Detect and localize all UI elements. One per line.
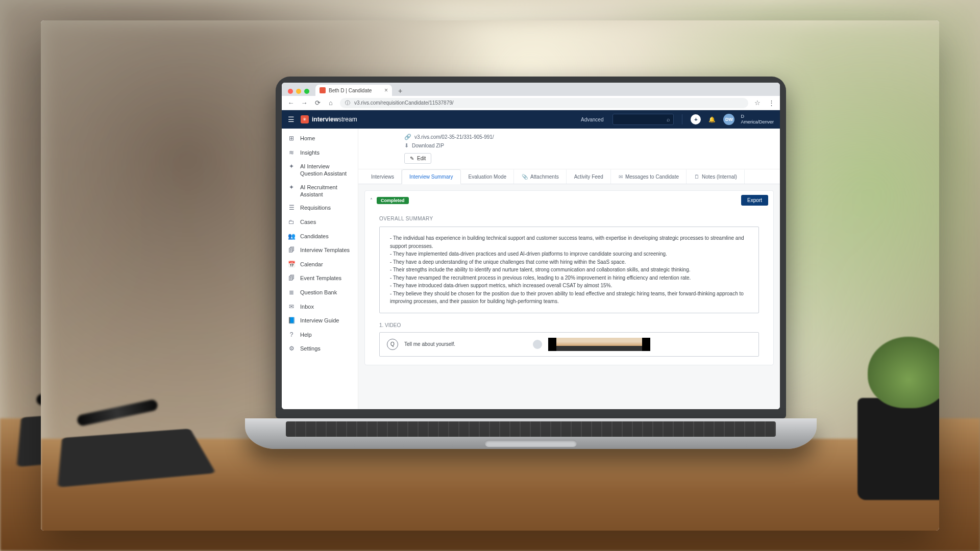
browser-tab[interactable]: Beth D | Candidate × (315, 85, 392, 96)
summary-panel: ˄ Completed Export OVERALL SUMMARY (364, 190, 774, 365)
tab-label: Attachments (530, 174, 559, 180)
download-zip-link[interactable]: ⬇Download ZIP (404, 141, 772, 150)
content-tabs: Interviews Interview Summary Evaluation … (358, 169, 780, 184)
link-text: v3.rivs.com/02-35-21/331-905-991/ (414, 134, 494, 140)
list-icon: ☰ (288, 204, 295, 212)
notifications-icon[interactable]: 🔔 (707, 114, 717, 124)
video-thumbnail[interactable] (548, 338, 650, 351)
advanced-link[interactable]: Advanced (581, 117, 603, 122)
address-bar[interactable]: ⓘ v3.rivs.com/requisitionCandidate/11537… (340, 98, 748, 108)
url-text: v3.rivs.com/requisitionCandidate/1153787… (354, 100, 454, 106)
sparkle-icon: ✦ (288, 184, 295, 192)
window-maximize-icon[interactable] (304, 89, 309, 94)
sidebar-item-question-bank[interactable]: ≣Question Bank (282, 286, 358, 300)
tab-label: Interviews (371, 174, 394, 180)
sidebar-item-settings[interactable]: ⚙Settings (282, 342, 358, 356)
browser-menu-icon[interactable]: ⋮ (767, 99, 775, 107)
sidebar-item-ai-recruitment[interactable]: ✦AI Recruitment Assistant (282, 181, 358, 202)
nav-home-icon[interactable]: ⌂ (327, 99, 335, 107)
sparkle-icon: ✦ (288, 163, 295, 171)
tab-close-icon[interactable]: × (384, 87, 388, 93)
new-tab-button[interactable]: + (395, 87, 405, 96)
template-icon: 🗐 (288, 274, 295, 283)
search-input[interactable]: ⌕ (612, 114, 674, 125)
sidebar-item-label: Settings (300, 345, 321, 352)
template-icon: 🗐 (288, 246, 295, 255)
tab-label: Interview Summary (409, 174, 453, 180)
folder-icon: 🗀 (288, 218, 295, 227)
tab-interviews[interactable]: Interviews (363, 169, 402, 184)
user-info[interactable]: D America/Denver (741, 114, 774, 125)
download-text: Download ZIP (412, 143, 444, 148)
sidebar-item-interview-templates[interactable]: 🗐Interview Templates (282, 243, 358, 258)
summary-line: - They have introduced data-driven suppo… (390, 282, 748, 290)
question-text: Tell me about yourself. (404, 341, 527, 347)
brand-logo[interactable]: ✳ interviewstream (301, 115, 357, 123)
nav-forward-icon[interactable]: → (300, 99, 308, 107)
tab-label: Messages to Candidate (625, 174, 679, 180)
candidate-header: 🔗v3.rivs.com/02-35-21/331-905-991/ ⬇Down… (358, 129, 780, 169)
tab-title: Beth D | Candidate (329, 88, 372, 93)
sidebar-item-insights[interactable]: ≋Insights (282, 146, 358, 160)
sidebar-item-event-templates[interactable]: 🗐Event Templates (282, 271, 358, 286)
sidebar-item-label: AI Interview Question Assistant (300, 163, 352, 178)
summary-line: - They have revamped the recruitment pro… (390, 274, 748, 282)
avatar[interactable]: DW (723, 114, 734, 125)
app-topbar: ☰ ✳ interviewstream Advanced ⌕ (282, 110, 780, 129)
edit-button[interactable]: ✎Edit (404, 153, 431, 164)
tab-attachments[interactable]: 📎Attachments (514, 169, 567, 184)
sidebar-item-label: Event Templates (300, 274, 341, 282)
guide-icon: 📘 (288, 317, 295, 325)
tab-evaluation-mode[interactable]: Evaluation Mode (461, 169, 514, 184)
sidebar-item-label: Candidates (300, 233, 329, 240)
brand-text-1: interview (312, 116, 338, 123)
sidebar-item-interview-guide[interactable]: 📘Interview Guide (282, 314, 358, 328)
sidebar-item-label: Interview Templates (300, 246, 350, 254)
sidebar-item-requisitions[interactable]: ☰Requisitions (282, 201, 358, 215)
question-badge-icon: Q (387, 339, 398, 350)
sidebar-item-ai-interview[interactable]: ✦AI Interview Question Assistant (282, 160, 358, 181)
user-name: D (741, 114, 774, 119)
brand-text-2: stream (338, 116, 357, 123)
attachment-icon: 📎 (522, 174, 528, 180)
sidebar-item-candidates[interactable]: 👥Candidates (282, 230, 358, 244)
tab-label: Activity Feed (574, 174, 603, 180)
site-info-icon[interactable]: ⓘ (345, 99, 350, 107)
export-button[interactable]: Export (741, 195, 768, 206)
search-icon: ⌕ (667, 116, 670, 122)
sidebar-item-home[interactable]: ⊞Home (282, 132, 358, 146)
video-question-row: Q Tell me about yourself. (379, 332, 759, 357)
user-timezone: America/Denver (741, 119, 774, 125)
summary-box: - The individual has experience in build… (379, 227, 759, 313)
menu-icon[interactable]: ☰ (288, 115, 295, 123)
collapse-icon[interactable]: ˄ (370, 197, 373, 203)
candidate-link[interactable]: 🔗v3.rivs.com/02-35-21/331-905-991/ (404, 133, 772, 141)
summary-line: - They believe they should be chosen for… (390, 290, 748, 306)
sidebar: ⊞Home ≋Insights ✦AI Interview Question A… (282, 129, 358, 409)
tab-notes[interactable]: 🗒Notes (Internal) (687, 169, 745, 184)
tab-label: Notes (Internal) (702, 174, 737, 180)
browser-tabstrip: Beth D | Candidate × + (282, 83, 780, 96)
sidebar-item-cases[interactable]: 🗀Cases (282, 215, 358, 230)
window-close-icon[interactable] (288, 89, 293, 94)
nav-reload-icon[interactable]: ⟳ (313, 99, 322, 107)
window-minimize-icon[interactable] (296, 89, 301, 94)
nav-back-icon[interactable]: ← (287, 99, 295, 107)
tab-interview-summary[interactable]: Interview Summary (402, 169, 461, 184)
sidebar-item-help[interactable]: ?Help (282, 328, 358, 342)
status-badge: Completed (377, 197, 409, 204)
sidebar-item-label: Insights (300, 149, 320, 156)
sidebar-item-label: Calendar (300, 261, 323, 268)
note-icon: 🗒 (694, 174, 699, 180)
sidebar-item-label: Requisitions (300, 204, 331, 211)
bank-icon: ≣ (288, 289, 295, 297)
download-icon: ⬇ (404, 142, 409, 149)
add-button[interactable]: + (691, 114, 701, 124)
sidebar-item-calendar[interactable]: 📅Calendar (282, 258, 358, 272)
tab-activity-feed[interactable]: Activity Feed (567, 169, 611, 184)
help-icon: ? (288, 331, 295, 339)
sidebar-item-inbox[interactable]: ✉Inbox (282, 300, 358, 314)
bookmark-icon[interactable]: ☆ (753, 99, 762, 107)
tab-messages[interactable]: ✉Messages to Candidate (611, 169, 687, 184)
sidebar-item-label: AI Recruitment Assistant (300, 184, 352, 198)
